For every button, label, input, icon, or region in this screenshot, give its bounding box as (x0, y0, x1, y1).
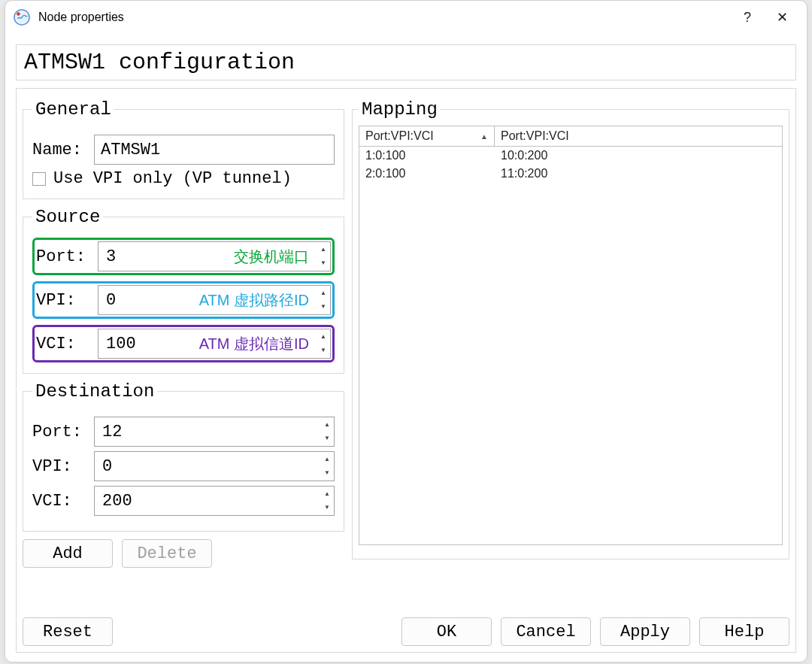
source-port-label: Port: (36, 247, 90, 266)
dest-vpi-label: VPI: (32, 457, 86, 476)
annotation-port: 交换机端口 (234, 247, 309, 267)
column-header-source[interactable]: Port:VPI:VCI ▲ (359, 126, 495, 146)
group-general-legend: General (32, 99, 114, 120)
table-row[interactable]: 2:0:10011:0:200 (359, 165, 782, 183)
vpi-only-checkbox[interactable]: Use VPI only (VP tunnel) (32, 169, 335, 188)
group-mapping: Mapping Port:VPI:VCI ▲ Port:VPI:VCI (352, 99, 789, 559)
spin-up-icon[interactable]: ▲ (321, 487, 333, 501)
source-vci-spinbox[interactable]: 100 ATM 虚拟信道ID ▲ ▼ (98, 329, 331, 359)
spin-up-icon[interactable]: ▲ (317, 287, 329, 300)
group-source-legend: Source (32, 207, 103, 227)
source-vci-value: 100 (106, 335, 136, 353)
spin-down-icon[interactable]: ▼ (317, 344, 329, 357)
spin-down-icon[interactable]: ▼ (317, 256, 329, 270)
app-icon (13, 8, 31, 26)
help-footer-button[interactable]: Help (699, 617, 789, 646)
dest-vci-value: 200 (102, 492, 132, 511)
name-label: Name: (32, 141, 86, 159)
table-body: 1:0:10010:0:2002:0:10011:0:200 (359, 147, 782, 544)
source-port-spinbox[interactable]: 3 交换机端口 ▲ ▼ (98, 241, 331, 271)
spin-up-icon[interactable]: ▲ (317, 243, 329, 256)
dialog-footer: Reset OK Cancel Apply Help (23, 608, 789, 646)
apply-button[interactable]: Apply (600, 617, 690, 646)
group-destination: Destination Port: 12 ▲ ▼ (23, 381, 344, 532)
dest-port-label: Port: (32, 423, 86, 441)
delete-button[interactable]: Delete (122, 539, 212, 568)
spin-down-icon[interactable]: ▼ (321, 466, 333, 480)
cell-source: 2:0:100 (359, 165, 495, 183)
group-mapping-legend: Mapping (359, 99, 441, 120)
checkbox-icon (32, 172, 46, 186)
group-destination-legend: Destination (32, 381, 157, 402)
annotation-vci: ATM 虚拟信道ID (199, 334, 309, 354)
spin-down-icon[interactable]: ▼ (321, 501, 333, 514)
annotation-vpi: ATM 虚拟路径ID (199, 290, 309, 311)
window-title: Node properties (38, 11, 124, 24)
column-header-dest[interactable]: Port:VPI:VCI (495, 126, 782, 146)
name-input[interactable] (94, 135, 335, 165)
titlebar: Node properties ? ✕ (5, 1, 807, 34)
spin-up-icon[interactable]: ▲ (317, 330, 329, 344)
cancel-button[interactable]: Cancel (501, 617, 591, 646)
vpi-only-label: Use VPI only (VP tunnel) (53, 169, 292, 188)
help-button[interactable]: ? (730, 1, 765, 34)
dest-vci-label: VCI: (32, 492, 86, 511)
spin-down-icon[interactable]: ▼ (321, 432, 333, 445)
source-port-value: 3 (106, 247, 116, 266)
cell-source: 1:0:100 (359, 147, 495, 165)
heading-panel: ATMSW1 configuration (16, 44, 796, 80)
source-vpi-value: 0 (106, 291, 116, 310)
dest-port-spinbox[interactable]: 12 ▲ ▼ (94, 417, 335, 447)
cell-dest: 11:0:200 (495, 165, 553, 183)
source-vpi-label: VPI: (36, 291, 90, 310)
reset-button[interactable]: Reset (23, 617, 113, 646)
page-title: ATMSW1 configuration (17, 45, 795, 80)
mapping-table[interactable]: Port:VPI:VCI ▲ Port:VPI:VCI 1:0:10010:0:… (359, 126, 783, 545)
dest-vpi-spinbox[interactable]: 0 ▲ ▼ (94, 451, 335, 481)
dest-vpi-value: 0 (102, 457, 112, 476)
dialog-window: Node properties ? ✕ ATMSW1 configuration… (5, 0, 807, 662)
source-vpi-spinbox[interactable]: 0 ATM 虚拟路径ID ▲ ▼ (98, 285, 331, 315)
dest-vci-spinbox[interactable]: 200 ▲ ▼ (94, 486, 335, 516)
table-row[interactable]: 1:0:10010:0:200 (359, 147, 782, 165)
group-source: Source Port: 3 交换机端口 ▲ ▼ (23, 207, 344, 374)
svg-point-1 (17, 12, 20, 16)
close-button[interactable]: ✕ (765, 1, 799, 34)
sort-asc-icon: ▲ (480, 132, 488, 141)
ok-button[interactable]: OK (401, 617, 492, 646)
add-button[interactable]: Add (23, 539, 113, 568)
group-general: General Name: Use VPI only (VP tunnel) (23, 99, 344, 199)
spin-up-icon[interactable]: ▲ (321, 418, 333, 432)
spin-down-icon[interactable]: ▼ (317, 300, 329, 314)
source-vci-label: VCI: (36, 335, 90, 353)
cell-dest: 10:0:200 (495, 147, 553, 165)
spin-up-icon[interactable]: ▲ (321, 453, 333, 466)
table-header: Port:VPI:VCI ▲ Port:VPI:VCI (359, 126, 782, 147)
dest-port-value: 12 (102, 423, 122, 441)
